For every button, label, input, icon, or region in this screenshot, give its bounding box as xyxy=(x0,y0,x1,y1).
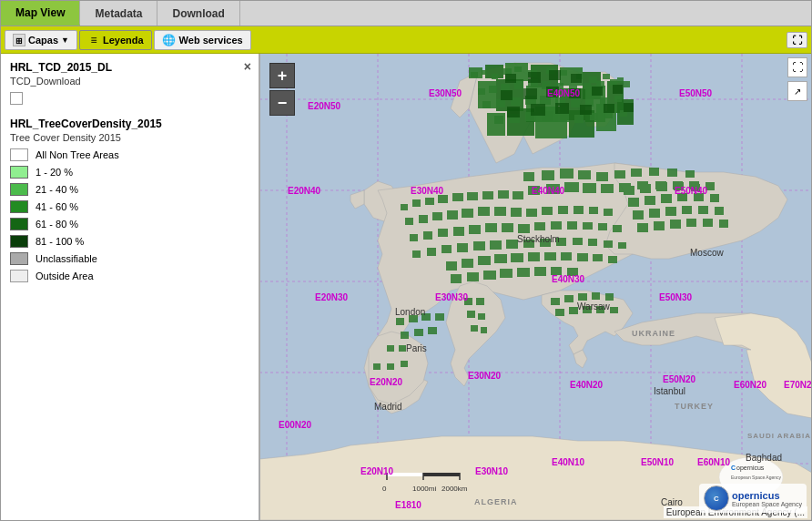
country-label-saudi: SAUDI ARABIA xyxy=(747,432,811,440)
svg-rect-135 xyxy=(469,225,481,234)
svg-rect-212 xyxy=(628,198,639,207)
svg-rect-101 xyxy=(583,183,596,193)
link-button[interactable]: ↗ xyxy=(787,81,807,101)
svg-rect-235 xyxy=(523,88,537,99)
svg-rect-78 xyxy=(614,96,622,102)
svg-rect-138 xyxy=(518,224,530,233)
svg-rect-183 xyxy=(414,329,423,336)
svg-rect-126 xyxy=(542,207,553,215)
svg-rect-228 xyxy=(703,219,713,227)
svg-rect-173 xyxy=(500,269,513,278)
grid-label-e70n20: E70N20 xyxy=(784,380,811,390)
svg-rect-97 xyxy=(685,170,695,178)
svg-rect-123 xyxy=(494,207,506,216)
svg-rect-136 xyxy=(485,223,497,232)
grid-label-e40n10: E40N10 xyxy=(552,457,584,467)
legend-item-6: Unclassifiable xyxy=(10,252,249,265)
svg-rect-109 xyxy=(412,199,421,207)
fullscreen-button[interactable]: ⛶ xyxy=(787,32,807,48)
svg-rect-49 xyxy=(514,66,522,72)
svg-rect-222 xyxy=(698,206,708,214)
grid-label-e1810: E1810 xyxy=(395,500,421,510)
svg-text:0: 0 xyxy=(382,485,387,493)
leyenda-button[interactable]: ≡ Leyenda xyxy=(79,30,152,50)
legend-label-6: Unclassifiable xyxy=(36,253,97,264)
zoom-controls: + − xyxy=(269,63,295,116)
svg-rect-146 xyxy=(427,248,436,256)
svg-rect-48 xyxy=(503,68,512,75)
svg-rect-155 xyxy=(573,238,583,245)
grid-label-e20n20: E20N20 xyxy=(370,377,402,387)
svg-rect-205 xyxy=(610,307,618,313)
grid-label-e40n20: E40N20 xyxy=(570,380,603,390)
legend-item-3: 41 - 60 % xyxy=(10,200,249,213)
grid-label-e20n30: E20N30 xyxy=(315,292,348,302)
svg-text:opernicus: opernicus xyxy=(736,465,765,472)
grid-label-e50n40: E50N40 xyxy=(675,186,707,196)
legend-item-5: 81 - 100 % xyxy=(10,235,249,248)
svg-rect-65 xyxy=(584,83,591,89)
grid-label-e40n40: E40N40 xyxy=(532,186,564,196)
expand-button[interactable]: ⛶ xyxy=(787,57,807,77)
capas-label: Capas xyxy=(28,35,58,46)
copernicus-circle-icon: C xyxy=(704,485,729,511)
legend-label-4: 61 - 80 % xyxy=(36,219,78,230)
city-label-madrid: Madrid xyxy=(374,402,402,412)
svg-rect-234 xyxy=(501,90,513,100)
grid-label-e50n50: E50N50 xyxy=(679,88,712,98)
zoom-in-button[interactable]: + xyxy=(269,63,295,88)
grid-label-e50n10: E50N10 xyxy=(641,457,674,467)
map-area[interactable]: C opernicus European Space Agency 0 1000… xyxy=(260,54,811,520)
copernicus-logo: C opernicus European Space Agency xyxy=(699,484,807,513)
svg-rect-160 xyxy=(462,259,473,268)
svg-rect-157 xyxy=(604,240,613,248)
grid-label-e30n50: E30N50 xyxy=(429,88,462,98)
grid-label-e40n30: E40N30 xyxy=(552,274,584,284)
svg-rect-92 xyxy=(596,172,608,181)
tab-map-view[interactable]: Map View xyxy=(1,1,80,26)
country-label-algeria: ALGERIA xyxy=(474,497,518,506)
zoom-out-button[interactable]: − xyxy=(269,90,295,116)
svg-rect-224 xyxy=(637,223,648,232)
tab-metadata[interactable]: Metadata xyxy=(80,1,157,26)
svg-rect-121 xyxy=(462,209,473,218)
svg-rect-233 xyxy=(571,74,582,83)
svg-rect-187 xyxy=(373,363,381,370)
svg-rect-91 xyxy=(578,170,591,179)
capas-button[interactable]: ⊞ Capas ▼ xyxy=(5,30,77,50)
svg-rect-226 xyxy=(670,220,681,229)
svg-rect-120 xyxy=(447,210,458,220)
svg-rect-172 xyxy=(483,271,496,280)
tab-bar: Map View Metadata Download xyxy=(1,1,811,26)
svg-rect-89 xyxy=(542,170,554,180)
legend-checkbox[interactable] xyxy=(10,92,23,105)
close-button[interactable]: × xyxy=(244,59,251,74)
svg-rect-232 xyxy=(549,70,561,80)
svg-rect-113 xyxy=(467,192,478,200)
svg-rect-79 xyxy=(494,116,503,124)
svg-rect-130 xyxy=(604,209,613,216)
svg-text:European Space Agency: European Space Agency xyxy=(731,475,782,480)
grid-label-e60n10: E60N10 xyxy=(697,457,730,467)
svg-text:2000km: 2000km xyxy=(442,485,468,493)
svg-rect-147 xyxy=(442,245,452,253)
svg-rect-68 xyxy=(624,81,630,87)
svg-rect-194 xyxy=(471,325,478,332)
svg-rect-57 xyxy=(478,88,485,95)
svg-rect-167 xyxy=(577,253,588,261)
svg-rect-118 xyxy=(419,215,428,223)
grid-label-e60n20: E60N20 xyxy=(734,380,766,390)
svg-rect-182 xyxy=(401,332,409,339)
svg-rect-161 xyxy=(478,256,491,265)
svg-rect-186 xyxy=(399,345,406,352)
tab-download[interactable]: Download xyxy=(157,1,239,26)
copernicus-name: opernicus xyxy=(732,490,802,501)
svg-rect-170 xyxy=(451,274,462,283)
capas-arrow: ▼ xyxy=(61,36,69,45)
svg-rect-217 xyxy=(710,194,719,202)
svg-rect-144 xyxy=(613,225,622,232)
webservices-button[interactable]: 🌐 Web services xyxy=(154,30,251,50)
svg-rect-197 xyxy=(564,295,573,302)
svg-rect-199 xyxy=(592,292,600,300)
legend-color-7 xyxy=(10,270,28,282)
